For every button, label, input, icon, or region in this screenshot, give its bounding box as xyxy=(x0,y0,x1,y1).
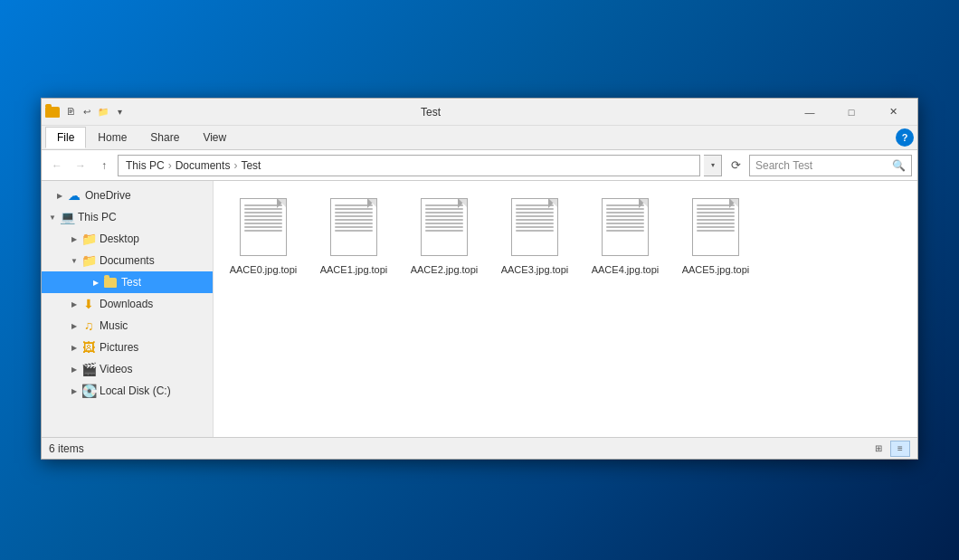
path-sep-2: › xyxy=(233,159,237,172)
file-name: AACE0.jpg.topi xyxy=(230,263,298,276)
music-icon: ♫ xyxy=(81,318,96,333)
document-icon xyxy=(692,198,739,256)
onedrive-icon: ☁ xyxy=(67,188,81,203)
downloads-icon: ⬇ xyxy=(81,297,96,311)
expand-arrow: ▼ xyxy=(45,210,60,224)
sidebar-label-localdisk: Local Disk (C:) xyxy=(100,384,171,397)
sidebar-item-videos[interactable]: ▶ 🎬 Videos xyxy=(42,358,213,380)
search-input[interactable] xyxy=(755,159,892,172)
file-item[interactable]: AACE2.jpg.topi xyxy=(404,190,485,280)
sidebar-label-videos: Videos xyxy=(100,363,132,375)
tab-view[interactable]: View xyxy=(191,127,238,148)
help-button[interactable]: ? xyxy=(896,128,914,147)
file-icon xyxy=(598,195,652,260)
sidebar-label-thispc: This PC xyxy=(78,211,117,223)
sidebar-label-test: Test xyxy=(121,276,141,289)
sidebar-label-music: Music xyxy=(100,319,128,332)
sidebar-item-localdisk[interactable]: ▶ 💽 Local Disk (C:) xyxy=(42,380,213,402)
file-icon xyxy=(688,195,743,260)
path-documents[interactable]: Documents xyxy=(174,159,233,172)
path-sep-1: › xyxy=(168,159,172,172)
sidebar-item-desktop[interactable]: ▶ 📁 Desktop xyxy=(42,228,213,250)
file-area: AACE0.jpg.topi AACE1.jpg.topi AACE2.jpg.… xyxy=(214,181,917,437)
sidebar-item-test[interactable]: ▶ Test xyxy=(42,271,213,293)
sidebar-item-onedrive[interactable]: ▶ ☁ OneDrive xyxy=(42,185,213,206)
window-folder-icon xyxy=(45,105,60,119)
pictures-icon: 🖼 xyxy=(81,340,96,355)
file-name: AACE5.jpg.topi xyxy=(682,263,750,276)
sidebar-item-downloads[interactable]: ▶ ⬇ Downloads xyxy=(42,293,213,315)
document-icon xyxy=(421,198,468,256)
tab-file[interactable]: File xyxy=(45,127,86,148)
sidebar-item-music[interactable]: ▶ ♫ Music xyxy=(42,315,213,337)
file-item[interactable]: AACE4.jpg.topi xyxy=(584,190,666,280)
sidebar-label-downloads: Downloads xyxy=(100,298,153,310)
expand-arrow: ▶ xyxy=(89,275,103,289)
file-icon xyxy=(508,195,562,260)
search-box[interactable]: 🔍 xyxy=(749,155,912,176)
view-toggle: ⊞ ≡ xyxy=(869,441,910,457)
status-bar: 6 items ⊞ ≡ xyxy=(42,437,917,459)
maximize-button[interactable]: □ xyxy=(831,99,872,126)
disk-icon: 💽 xyxy=(81,384,96,398)
document-icon xyxy=(240,198,287,256)
expand-arrow: ▶ xyxy=(67,340,81,355)
path-test[interactable]: Test xyxy=(239,159,262,172)
sidebar-label-onedrive: OneDrive xyxy=(85,189,131,202)
expand-arrow: ▼ xyxy=(67,253,81,268)
title-bar: 🖹 ↩ 📁 ▾ Test — □ ✕ xyxy=(42,99,917,126)
forward-button[interactable]: → xyxy=(71,156,90,176)
expand-arrow: ▶ xyxy=(67,384,81,398)
videos-icon: 🎬 xyxy=(81,362,96,376)
file-name: AACE1.jpg.topi xyxy=(320,263,388,276)
address-path[interactable]: This PC › Documents › Test xyxy=(118,155,700,176)
expand-arrow: ▶ xyxy=(67,362,81,376)
file-icon xyxy=(327,195,381,260)
file-item[interactable]: AACE5.jpg.topi xyxy=(675,190,756,280)
file-icon xyxy=(417,195,471,260)
ribbon-tab-bar: File Home Share View ? xyxy=(42,126,917,149)
main-content: ▶ ☁ OneDrive ▼ 💻 This PC ▶ 📁 Desktop ▼ 📁… xyxy=(42,181,917,437)
address-dropdown-button[interactable]: ▾ xyxy=(704,155,722,176)
refresh-button[interactable]: ⟳ xyxy=(726,156,745,176)
path-thispc[interactable]: This PC xyxy=(124,159,166,172)
close-button[interactable]: ✕ xyxy=(872,99,914,126)
tab-home[interactable]: Home xyxy=(86,127,138,148)
expand-arrow: ▶ xyxy=(67,318,81,333)
up-button[interactable]: ↑ xyxy=(94,156,114,176)
sidebar: ▶ ☁ OneDrive ▼ 💻 This PC ▶ 📁 Desktop ▼ 📁… xyxy=(42,181,214,437)
sidebar-label-desktop: Desktop xyxy=(100,233,139,245)
file-name: AACE3.jpg.topi xyxy=(501,263,569,276)
back-button[interactable]: ← xyxy=(47,156,67,176)
window-controls: — □ ✕ xyxy=(789,99,914,126)
search-icon[interactable]: 🔍 xyxy=(892,159,906,172)
file-item[interactable]: AACE1.jpg.topi xyxy=(313,190,394,280)
list-view-button[interactable]: ⊞ xyxy=(869,441,888,457)
expand-arrow: ▶ xyxy=(52,188,67,203)
document-icon xyxy=(330,198,377,256)
sidebar-item-documents[interactable]: ▼ 📁 Documents xyxy=(42,250,213,271)
sidebar-item-thispc[interactable]: ▼ 💻 This PC xyxy=(42,206,213,228)
computer-icon: 💻 xyxy=(60,210,74,224)
item-count: 6 items xyxy=(49,442,869,455)
sidebar-label-pictures: Pictures xyxy=(100,341,138,354)
file-name: AACE2.jpg.topi xyxy=(411,263,479,276)
folder-icon: 📁 xyxy=(81,253,96,268)
sidebar-label-documents: Documents xyxy=(100,254,155,267)
detail-view-button[interactable]: ≡ xyxy=(890,441,910,457)
document-icon xyxy=(511,198,558,256)
minimize-button[interactable]: — xyxy=(789,99,831,126)
sidebar-item-pictures[interactable]: ▶ 🖼 Pictures xyxy=(42,337,213,358)
explorer-window: 🖹 ↩ 📁 ▾ Test — □ ✕ File Home Share View … xyxy=(41,98,918,460)
address-bar: ← → ↑ This PC › Documents › Test ▾ ⟳ 🔍 xyxy=(42,150,917,181)
tab-share[interactable]: Share xyxy=(138,127,191,148)
file-item[interactable]: AACE0.jpg.topi xyxy=(223,190,304,280)
file-name: AACE4.jpg.topi xyxy=(592,263,660,276)
test-folder-icon xyxy=(103,275,118,289)
expand-arrow: ▶ xyxy=(67,297,81,311)
file-icon xyxy=(236,195,290,260)
ribbon: File Home Share View ? xyxy=(42,126,917,150)
folder-icon: 📁 xyxy=(81,232,96,246)
file-item[interactable]: AACE3.jpg.topi xyxy=(494,190,575,280)
expand-arrow: ▶ xyxy=(67,232,81,246)
